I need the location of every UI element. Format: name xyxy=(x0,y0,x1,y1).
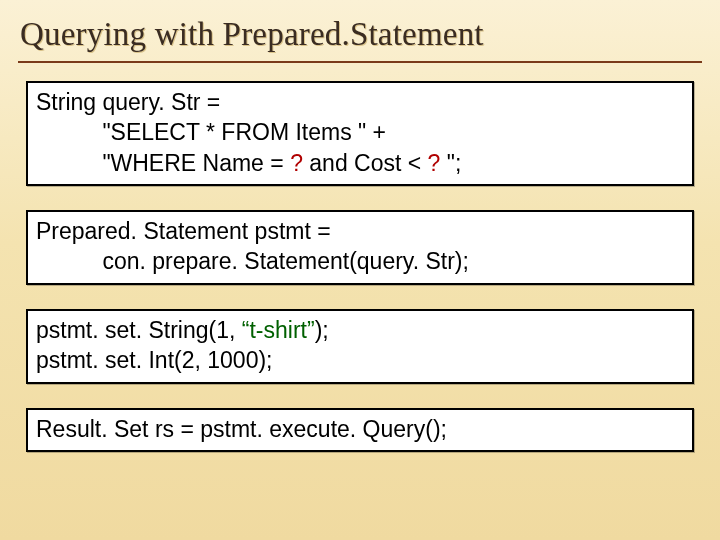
code-block-2: pstmt. set. String(1, “t-shirt”);pstmt. … xyxy=(26,309,694,384)
slide-title: Querying with Prepared.Statement xyxy=(20,16,700,53)
code-line: pstmt. set. Int(2, 1000); xyxy=(36,345,684,375)
title-divider: Querying with Prepared.Statement xyxy=(18,10,702,63)
code-line: "WHERE Name = ? and Cost < ? "; xyxy=(36,148,684,178)
code-line: Prepared. Statement pstmt = xyxy=(36,216,684,246)
code-block-container: String query. Str = "SELECT * FROM Items… xyxy=(18,81,702,452)
code-line: "SELECT * FROM Items " + xyxy=(36,117,684,147)
code-line: String query. Str = xyxy=(36,87,684,117)
code-block-0: String query. Str = "SELECT * FROM Items… xyxy=(26,81,694,186)
code-block-1: Prepared. Statement pstmt = con. prepare… xyxy=(26,210,694,285)
code-block-3: Result. Set rs = pstmt. execute. Query()… xyxy=(26,408,694,452)
slide: Querying with Prepared.Statement String … xyxy=(0,0,720,540)
code-line: con. prepare. Statement(query. Str); xyxy=(36,246,684,276)
code-line: Result. Set rs = pstmt. execute. Query()… xyxy=(36,414,684,444)
code-line: pstmt. set. String(1, “t-shirt”); xyxy=(36,315,684,345)
